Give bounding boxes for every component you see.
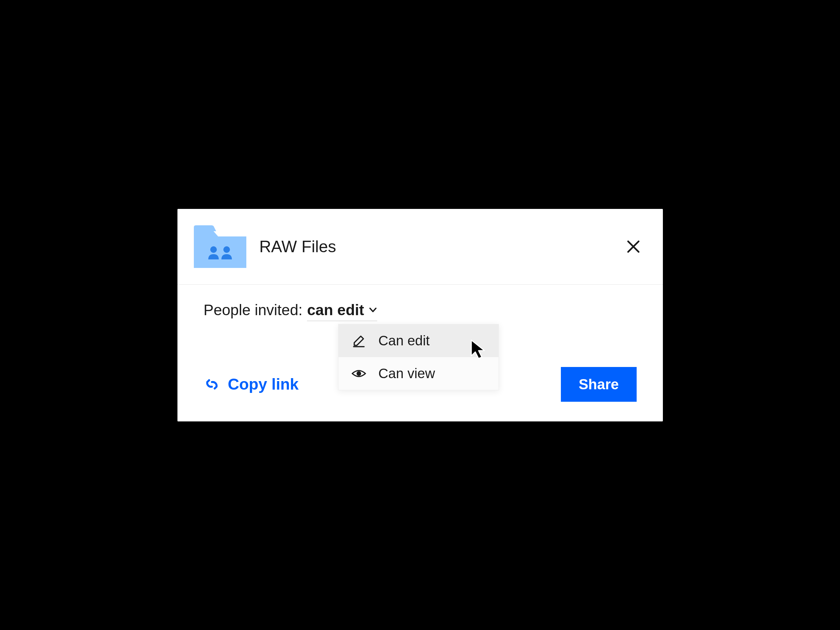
- share-button[interactable]: Share: [561, 367, 636, 402]
- dialog-header: RAW Files: [177, 209, 663, 285]
- svg-point-1: [223, 246, 230, 253]
- dropdown-option-can-view[interactable]: Can view: [338, 357, 499, 390]
- close-icon: [627, 240, 640, 253]
- permission-selector[interactable]: can edit: [307, 301, 377, 321]
- invite-label: People invited:: [204, 301, 303, 319]
- invite-row: People invited: can edit: [204, 301, 636, 321]
- folder-title: RAW Files: [259, 237, 624, 256]
- eye-icon: [352, 366, 366, 381]
- copy-link-label: Copy link: [228, 375, 299, 393]
- close-button[interactable]: [624, 237, 643, 256]
- permission-dropdown: Can edit Can view: [338, 324, 499, 390]
- dialog-body: People invited: can edit Can edit Can vi…: [177, 285, 663, 422]
- svg-point-0: [210, 246, 217, 253]
- shared-folder-icon: [194, 225, 246, 268]
- svg-point-2: [357, 371, 361, 376]
- link-icon: [204, 376, 220, 393]
- dropdown-option-label: Can edit: [379, 333, 429, 349]
- dropdown-option-label: Can view: [379, 366, 435, 381]
- dropdown-option-can-edit[interactable]: Can edit: [338, 324, 499, 357]
- pencil-icon: [352, 333, 366, 348]
- copy-link-button[interactable]: Copy link: [204, 375, 299, 393]
- permission-selected-value: can edit: [307, 301, 364, 319]
- share-dialog: RAW Files People invited: can edit Can e…: [177, 209, 663, 422]
- chevron-down-icon: [369, 306, 377, 314]
